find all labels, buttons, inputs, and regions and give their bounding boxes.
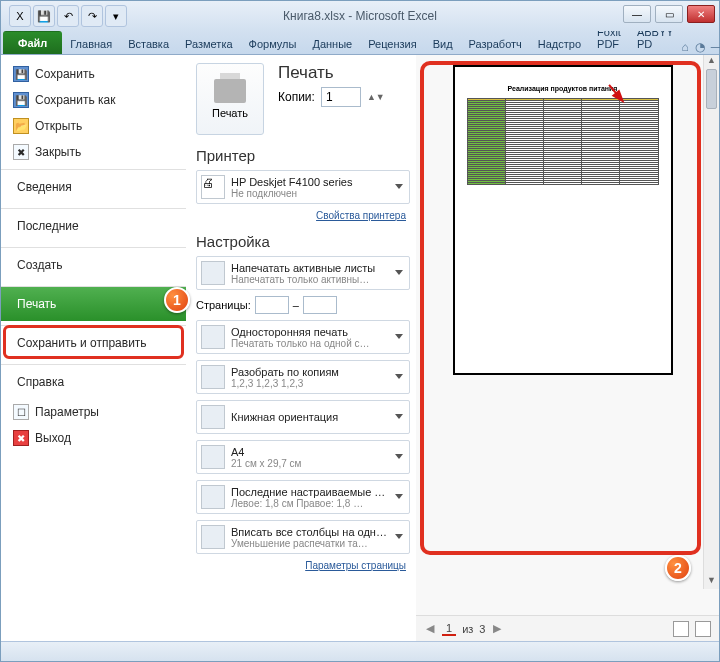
tab-formulas[interactable]: Формулы [241,33,305,54]
copies-spinner-icon[interactable]: ▲▼ [367,92,385,102]
page-prev-button[interactable]: ◀ [424,622,436,635]
preview-page-nav: ◀ 1 из 3 ▶ [416,615,719,641]
nav-save-as[interactable]: 💾Сохранить как [1,87,186,113]
excel-icon[interactable]: X [9,5,31,27]
printer-status: Не подключен [231,188,387,199]
qat-more-icon[interactable]: ▾ [105,5,127,27]
collate-select[interactable]: Разобрать по копиям 1,2,3 1,2,3 1,2,3 [196,360,410,394]
nav-recent[interactable]: Последние [1,208,186,243]
orientation-main: Книжная ориентация [231,411,387,423]
open-icon: 📂 [13,118,29,134]
preview-scrollbar[interactable]: ▲ ▼ [703,55,719,589]
ribbon-help-icon[interactable]: ◔ [695,40,705,54]
print-what-main: Напечатать активные листы [231,262,387,274]
print-heading: Печать [278,63,385,83]
ribbon-tabs: Файл Главная Вставка Разметка Формулы Да… [1,31,719,55]
tab-data[interactable]: Данные [304,33,360,54]
chevron-down-icon [395,454,403,459]
nav-close[interactable]: ✖Закрыть [1,139,186,165]
pages-from-input[interactable] [255,296,289,314]
tab-addins[interactable]: Надстро [530,33,589,54]
tab-home[interactable]: Главная [62,33,120,54]
nav-send[interactable]: Сохранить и отправить [1,325,186,360]
close-doc-icon: ✖ [13,144,29,160]
save-icon[interactable]: 💾 [33,5,55,27]
nav-save-label: Сохранить [35,67,95,81]
maximize-button[interactable]: ▭ [655,5,683,23]
preview-page: Реализация продуктов питания [453,65,673,375]
sheets-icon [201,261,225,285]
margins-sub: Левое: 1,8 см Правое: 1,8 … [231,498,387,509]
nav-info[interactable]: Сведения [1,169,186,204]
margins-select[interactable]: Последние настраиваемые … Левое: 1,8 см … [196,480,410,514]
tab-file[interactable]: Файл [3,31,62,54]
page-setup-link[interactable]: Параметры страницы [196,560,410,571]
tab-developer[interactable]: Разработч [461,33,530,54]
printer-select[interactable]: 🖨 HP Deskjet F4100 series Не подключен [196,170,410,204]
chevron-down-icon [395,374,403,379]
printer-status-icon: 🖨 [201,175,225,199]
scroll-down-icon[interactable]: ▼ [704,575,719,589]
undo-icon[interactable]: ↶ [57,5,79,27]
preview-table [467,98,659,185]
status-bar [1,641,719,661]
print-what-sub: Напечатать только активны… [231,274,387,285]
nav-print[interactable]: Печать [1,286,186,321]
paper-main: A4 [231,446,387,458]
setup-heading: Настройка [196,233,410,250]
chevron-down-icon [395,534,403,539]
print-preview-pane: Реализация продуктов питания 2 ▲ ▼ [416,55,719,641]
nav-exit-label: Выход [35,431,71,445]
nav-save[interactable]: 💾Сохранить [1,61,186,87]
pages-to-input[interactable] [303,296,337,314]
page-current[interactable]: 1 [442,622,456,636]
nav-help[interactable]: Справка [1,364,186,399]
minimize-button[interactable]: — [623,5,651,23]
copies-input[interactable] [321,87,361,107]
print-button[interactable]: Печать [196,63,264,135]
nav-new[interactable]: Создать [1,247,186,282]
orientation-select[interactable]: Книжная ориентация [196,400,410,434]
scale-main: Вписать все столбцы на одн… [231,526,387,538]
nav-options[interactable]: ☐Параметры [1,399,186,425]
scale-select[interactable]: Вписать все столбцы на одн… Уменьшение р… [196,520,410,554]
preview-doc-title: Реализация продуктов питания [467,85,659,92]
collate-sub: 1,2,3 1,2,3 1,2,3 [231,378,387,389]
chevron-down-icon [395,494,403,499]
margins-main: Последние настраиваемые … [231,486,387,498]
ribbon-min-icon[interactable]: — [711,40,720,54]
nav-exit[interactable]: ✖Выход [1,425,186,451]
options-icon: ☐ [13,404,29,420]
zoom-page-button[interactable] [695,621,711,637]
nav-save-as-label: Сохранить как [35,93,115,107]
tab-view[interactable]: Вид [425,33,461,54]
print-settings-panel: Печать Печать Копии: ▲▼ Принтер 🖨 HP D [186,55,416,641]
pages-sep: – [293,299,299,311]
printer-props-link[interactable]: Свойства принтера [196,210,410,221]
tab-review[interactable]: Рецензия [360,33,425,54]
chevron-down-icon [395,184,403,189]
paper-select[interactable]: A4 21 см x 29,7 см [196,440,410,474]
tab-insert[interactable]: Вставка [120,33,177,54]
redo-icon[interactable]: ↷ [81,5,103,27]
show-margins-button[interactable] [673,621,689,637]
printer-heading: Принтер [196,147,410,164]
nav-open[interactable]: 📂Открыть [1,113,186,139]
close-button[interactable]: ✕ [687,5,715,23]
save-icon: 💾 [13,66,29,82]
page-sep: из [462,623,473,635]
title-bar: X 💾 ↶ ↷ ▾ Книга8.xlsx - Microsoft Excel … [1,1,719,31]
pages-label: Страницы: [196,299,251,311]
print-what-select[interactable]: Напечатать активные листы Напечатать тол… [196,256,410,290]
ribbon-home-icon[interactable]: ⌂ [681,40,688,54]
scroll-thumb[interactable] [706,69,717,109]
duplex-select[interactable]: Односторонняя печать Печатать только на … [196,320,410,354]
tab-layout[interactable]: Разметка [177,33,241,54]
backstage-nav: 💾Сохранить 💾Сохранить как 📂Открыть ✖Закр… [1,55,186,641]
printer-name: HP Deskjet F4100 series [231,176,387,188]
scroll-up-icon[interactable]: ▲ [704,55,719,69]
orientation-icon [201,405,225,429]
page-next-button[interactable]: ▶ [491,622,503,635]
collate-main: Разобрать по копиям [231,366,387,378]
paper-sub: 21 см x 29,7 см [231,458,387,469]
